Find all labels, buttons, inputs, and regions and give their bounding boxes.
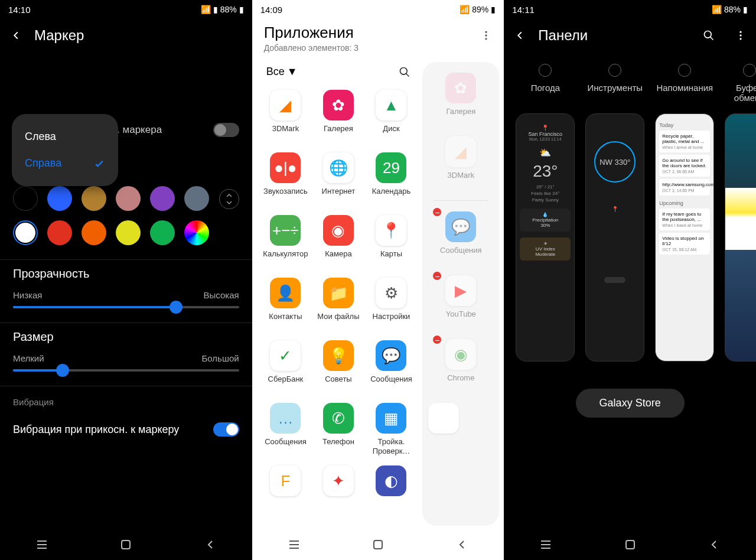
app-item[interactable]: ◉Камера <box>312 213 365 275</box>
app-item[interactable]: ▦Тройка. Проверк… <box>365 401 418 463</box>
position-dropdown[interactable]: Слева Справа <box>12 114 118 186</box>
nav-home-icon[interactable] <box>119 538 133 552</box>
app-icon: 📁 <box>323 278 354 308</box>
panel-reminders[interactable]: Напоминания Today Recycle paper, plastic… <box>655 64 714 362</box>
color-swatch[interactable] <box>116 220 141 245</box>
app-item[interactable]: F <box>259 463 312 526</box>
app-item[interactable]: ◐ <box>365 463 418 526</box>
edge-app-item[interactable]: −◉Chrome <box>427 336 494 396</box>
edge-empty-slot[interactable] <box>427 399 494 437</box>
app-item[interactable]: ⚙Настройки <box>365 275 418 338</box>
color-swatch[interactable] <box>184 220 209 245</box>
color-swatch[interactable] <box>82 186 106 211</box>
app-item[interactable]: 💡Советы <box>312 338 365 401</box>
app-icon: 📍 <box>376 215 406 246</box>
nav-home-icon[interactable] <box>623 538 637 552</box>
panel-clipboard[interactable]: Буфер обмена <box>725 64 756 362</box>
compass-icon: NW 330° <box>594 141 636 183</box>
nav-back-icon[interactable] <box>707 538 721 552</box>
app-item[interactable]: ✓СберБанк <box>259 338 312 401</box>
app-icon: ●|● <box>270 152 301 183</box>
app-item[interactable]: ✆Телефон <box>312 401 365 463</box>
dropdown-option-right[interactable]: Справа <box>12 150 118 177</box>
app-item[interactable]: 📁Мои файлы <box>312 275 365 338</box>
nav-recents-icon[interactable] <box>287 538 301 552</box>
color-swatch[interactable] <box>150 220 175 245</box>
dropdown-option-left[interactable]: Слева <box>12 123 118 150</box>
back-icon[interactable] <box>513 29 526 42</box>
nav-recents-icon[interactable] <box>35 538 49 552</box>
svg-point-3 <box>485 38 487 40</box>
reminder-sub: When I arrive at home <box>662 145 707 149</box>
remove-badge-icon[interactable]: − <box>432 207 442 217</box>
nav-home-icon[interactable] <box>371 538 385 552</box>
edge-panel: ✿Галерея◢3DMark−💬Сообщения−▶YouTube−◉Chr… <box>422 62 499 526</box>
app-item[interactable]: ✦ <box>312 463 365 526</box>
vibration-toggle[interactable] <box>213 422 239 437</box>
color-swatch[interactable] <box>184 186 209 211</box>
app-icon: 👤 <box>270 278 301 308</box>
search-icon[interactable] <box>399 66 410 78</box>
more-icon[interactable] <box>735 30 747 41</box>
edge-app-item[interactable]: ◢3DMark <box>427 133 494 193</box>
color-swatch[interactable] <box>13 186 38 211</box>
app-item[interactable]: ◢3DMark <box>259 87 312 150</box>
search-icon[interactable] <box>703 30 715 41</box>
app-item[interactable]: 👤Контакты <box>259 275 312 338</box>
galaxy-store-button[interactable]: Galaxy Store <box>576 389 685 418</box>
remove-badge-icon[interactable]: − <box>432 334 442 345</box>
nav-bar <box>252 529 504 560</box>
edge-app-item[interactable]: −💬Сообщения <box>427 208 494 268</box>
app-item[interactable]: 💬Сообщения <box>365 338 418 401</box>
app-label: Советы <box>313 375 364 393</box>
color-swatch[interactable] <box>47 220 72 245</box>
app-item[interactable]: 📍Карты <box>365 213 418 275</box>
edge-app-item[interactable]: ✿Галерея <box>427 69 494 129</box>
app-icon: 29 <box>376 152 406 183</box>
fix-position-toggle[interactable] <box>213 123 239 137</box>
weather-feels: Feels like 24° <box>520 191 571 196</box>
chevron-down-icon: ▼ <box>287 66 298 78</box>
nav-recents-icon[interactable] <box>539 538 553 552</box>
app-icon: 💡 <box>323 340 354 371</box>
app-label <box>260 500 311 519</box>
app-item[interactable]: ▲Диск <box>365 87 418 150</box>
app-item[interactable]: …Сообщения <box>259 401 312 463</box>
app-item[interactable]: ●|●Звукозапись <box>259 150 312 213</box>
more-icon[interactable] <box>480 30 492 41</box>
color-swatch[interactable] <box>47 186 72 211</box>
app-item[interactable]: 🌐Интернет <box>312 150 365 213</box>
panel-radio[interactable] <box>743 64 756 77</box>
remove-badge-icon[interactable]: − <box>432 271 442 281</box>
drag-handle-icon[interactable] <box>219 189 239 209</box>
panel-tools[interactable]: Инструменты NW 330° 📍 <box>585 64 644 362</box>
filter-dropdown[interactable]: Все ▼ <box>266 66 298 78</box>
nav-back-icon[interactable] <box>455 538 469 552</box>
weather-hilo: 25° / 21° <box>520 184 571 190</box>
color-picker <box>0 183 252 256</box>
battery-icon: ▮ <box>743 5 748 14</box>
panel-radio[interactable] <box>608 64 621 77</box>
app-item[interactable]: 29Календарь <box>365 150 418 213</box>
color-swatch[interactable] <box>13 220 38 245</box>
nav-back-icon[interactable] <box>203 538 217 552</box>
panel-weather[interactable]: Погода 📍 San Francisco Mon, 12/23 11:14 … <box>516 64 575 362</box>
panel-radio[interactable] <box>678 64 691 77</box>
size-slider[interactable] <box>13 369 239 372</box>
color-swatch[interactable] <box>82 220 106 245</box>
panels-list[interactable]: Погода 📍 San Francisco Mon, 12/23 11:14 … <box>504 52 756 362</box>
transparency-slider[interactable] <box>13 306 239 308</box>
transparency-title: Прозрачность <box>13 267 239 281</box>
app-item[interactable]: +−÷Калькулятор <box>259 213 312 275</box>
vibration-row[interactable]: Вибрация при прикосн. к маркеру <box>0 412 252 447</box>
edge-app-item[interactable]: −▶YouTube <box>427 272 494 332</box>
back-icon[interactable] <box>9 29 22 42</box>
color-swatch[interactable] <box>150 186 175 211</box>
app-icon: ▦ <box>376 403 406 434</box>
color-swatch[interactable] <box>116 186 141 211</box>
app-item[interactable]: ✿Галерея <box>312 87 365 150</box>
status-bar: 14:11 📶 88% ▮ <box>504 0 756 19</box>
app-label: Галерея <box>313 124 364 143</box>
panel-radio[interactable] <box>539 64 552 77</box>
size-small-label: Мелкий <box>13 353 44 363</box>
